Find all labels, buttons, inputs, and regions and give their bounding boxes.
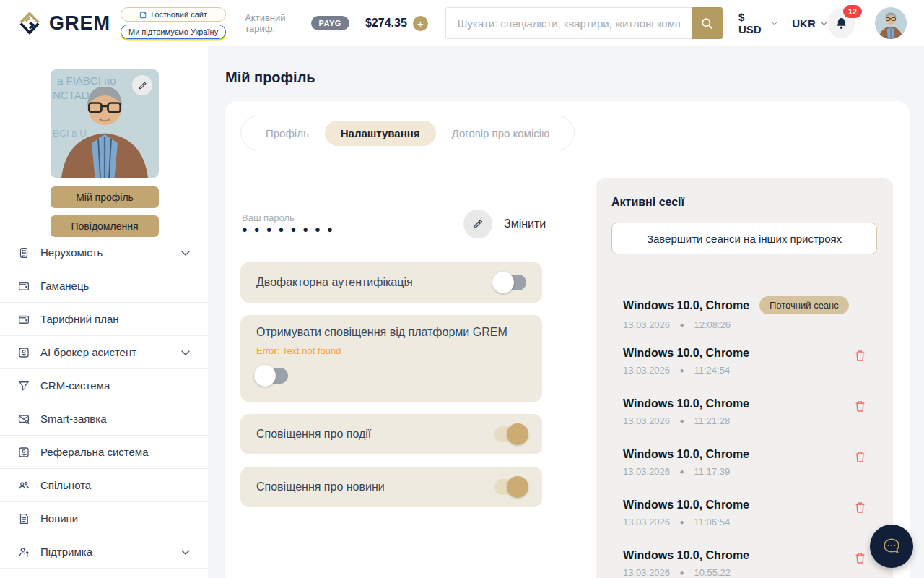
user-avatar[interactable]: [875, 7, 907, 39]
sidebar-item-support[interactable]: Підтримка: [0, 535, 208, 569]
tab-profile[interactable]: Профіль: [250, 121, 325, 146]
tab-commission-agreement[interactable]: Договір про комісію: [436, 121, 566, 146]
bell-icon: [834, 16, 849, 31]
notifications-button[interactable]: 12: [828, 8, 855, 38]
sidebar-item-ai-broker[interactable]: AI брокер асистент: [0, 336, 208, 369]
sidebar-menu: Нерухомість Гаманець Тарифний план AI бр…: [0, 236, 208, 569]
diamond-separator: ◆: [680, 469, 684, 475]
chevron-down-icon: [179, 346, 192, 359]
settings-section: Ваш пароль ●●●●●●●● Змінити Двофакторна …: [240, 202, 542, 507]
tariff-badge[interactable]: PAYG: [311, 16, 349, 30]
sidebar-item-smart-request[interactable]: Smart-заявка: [0, 402, 208, 436]
search-input[interactable]: [445, 7, 692, 39]
notifications-count-badge: 12: [843, 5, 862, 18]
toggle-knob: [492, 272, 514, 293]
edit-photo-button[interactable]: [132, 75, 152, 95]
grem-logo-icon: [17, 11, 42, 35]
delete-session-button[interactable]: [853, 348, 867, 366]
delete-session-button[interactable]: [853, 500, 867, 517]
session-device: Windows 10.0, Chrome: [623, 448, 749, 461]
session-row: Windows 10.0, Chrome 13.03.2026 ◆ 11:17:…: [623, 448, 877, 481]
session-time: 12:08:26: [694, 319, 731, 330]
diamond-separator: ◆: [680, 570, 684, 576]
pencil-icon: [138, 81, 147, 90]
guest-site-button[interactable]: Гостьовий сайт: [121, 7, 226, 22]
session-date: 13.03.2026: [623, 567, 670, 578]
tab-settings[interactable]: Налаштування: [325, 121, 436, 146]
session-time: 11:17:39: [694, 466, 730, 477]
password-masked-value: ●●●●●●●●: [242, 224, 339, 235]
language-picker[interactable]: UKR: [792, 17, 828, 30]
session-row: Windows 10.0, Chrome Поточний сеанс 13.0…: [623, 296, 877, 329]
my-profile-button[interactable]: Мій профіль: [51, 186, 159, 208]
search-icon: [700, 17, 714, 30]
funnel-icon: [17, 379, 30, 392]
toggle-knob: [507, 423, 528, 445]
password-label: Ваш пароль: [242, 212, 295, 223]
messages-button[interactable]: Повідомлення: [51, 215, 159, 237]
active-tariff-label: Активний тариф:: [245, 12, 305, 34]
session-row: Windows 10.0, Chrome 13.03.2026 ◆ 11:06:…: [623, 499, 877, 532]
session-row: Windows 10.0, Chrome 13.03.2026 ◆ 11:24:…: [623, 347, 877, 380]
delete-session-button[interactable]: [853, 449, 867, 467]
currency-picker[interactable]: $ USD: [738, 11, 777, 35]
brand-name: GREM: [49, 12, 110, 35]
delete-session-button[interactable]: [853, 551, 867, 568]
session-date: 13.03.2026: [623, 365, 670, 376]
pencil-icon: [472, 218, 484, 230]
top-up-balance-button[interactable]: +: [413, 16, 428, 31]
news-icon: [17, 512, 30, 525]
sidebar-item-community[interactable]: Спільнота: [0, 469, 208, 502]
edit-icon: [139, 11, 147, 19]
top-header: GREM Гостьовий сайт Ми підтримуємо Украї…: [0, 0, 924, 46]
search-bar: [445, 7, 723, 39]
wallet-icon: [17, 313, 30, 326]
profile-tabs: Профіль Налаштування Договір про комісію: [240, 116, 575, 150]
balance-widget: $274.35 +: [365, 16, 428, 31]
brand-logo[interactable]: GREM: [17, 11, 110, 35]
sidebar-item-crm[interactable]: CRM-система: [0, 369, 208, 402]
event-notifications-toggle[interactable]: [494, 426, 526, 442]
sidebar-item-real-estate[interactable]: Нерухомість: [0, 236, 208, 269]
sidebar-item-news[interactable]: Новини: [0, 502, 208, 535]
two-factor-toggle[interactable]: [494, 275, 526, 290]
trash-icon: [853, 449, 867, 465]
news-notifications-toggle[interactable]: [494, 479, 526, 495]
referral-icon: [17, 446, 30, 459]
password-row: Ваш пароль ●●●●●●●● Змінити: [240, 202, 542, 250]
platform-notifications-toggle[interactable]: [256, 368, 288, 384]
trash-icon: [853, 399, 867, 414]
search-button[interactable]: [692, 7, 723, 39]
edit-password-button[interactable]: [463, 210, 492, 238]
trash-icon: [853, 348, 867, 363]
wallet-icon: [17, 280, 30, 293]
session-time: 11:24:54: [694, 365, 730, 376]
sidebar-item-referral[interactable]: Реферальна система: [0, 436, 208, 469]
chat-fab-button[interactable]: [870, 525, 913, 568]
sidebar-item-wallet[interactable]: Гаманець: [0, 269, 208, 303]
session-row: Windows 10.0, Chrome 13.03.2026 ◆ 10:55:…: [623, 549, 877, 578]
svg-text:а FIABCI по: а FIABCI по: [57, 74, 116, 87]
platform-notifications-card: Отримувати сповіщення від платформи GREM…: [240, 315, 542, 402]
change-password-link[interactable]: Змінити: [504, 217, 546, 230]
building-icon: [17, 246, 30, 259]
delete-session-button[interactable]: [853, 399, 867, 416]
community-icon: [17, 479, 30, 492]
avatar-image: [875, 7, 907, 39]
sessions-list: Windows 10.0, Chrome Поточний сеанс 13.0…: [611, 296, 877, 578]
sidebar-item-tariff-plan[interactable]: Тарифний план: [0, 303, 208, 336]
sessions-title: Активні сесії: [611, 196, 877, 209]
session-time: 11:06:54: [694, 517, 730, 527]
session-date: 13.03.2026: [623, 319, 670, 330]
news-notifications-card: Сповіщення про новини: [240, 467, 542, 507]
session-time: 11:21:28: [694, 415, 730, 426]
terminate-sessions-button[interactable]: Завершити сеанси на інших пристроях: [611, 223, 877, 254]
session-time: 10:55:22: [694, 567, 731, 578]
session-device: Windows 10.0, Chrome: [623, 549, 749, 562]
session-row: Windows 10.0, Chrome 13.03.2026 ◆ 11:21:…: [623, 397, 877, 431]
support-ukraine-button[interactable]: Ми підтримуємо Україну: [121, 25, 226, 39]
ai-assistant-icon: [17, 346, 30, 359]
chevron-down-icon: [179, 246, 192, 259]
two-factor-card: Двофакторна аутентифікація: [240, 262, 542, 303]
active-sessions-panel: Активні сесії Завершити сеанси на інших …: [596, 178, 893, 578]
